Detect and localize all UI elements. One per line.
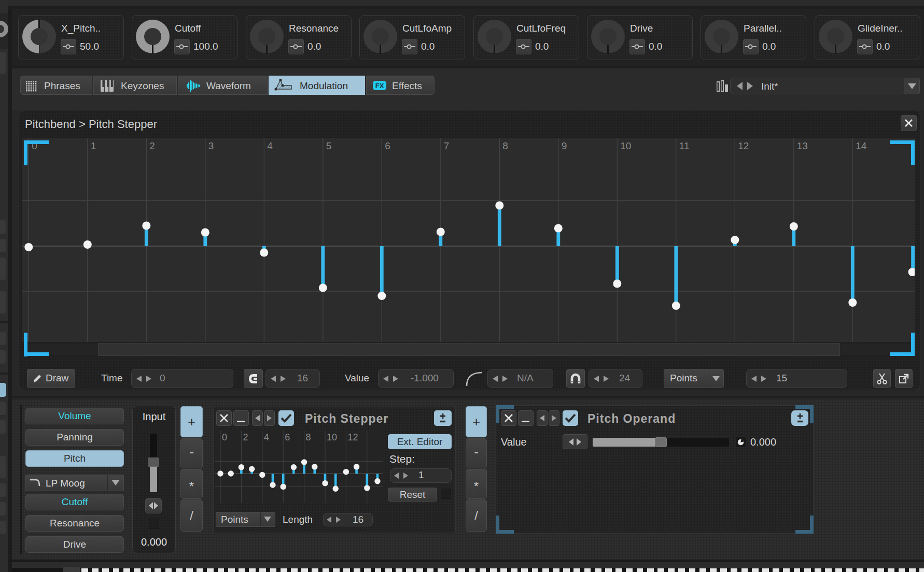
svg-text:11: 11 [679, 140, 690, 151]
svg-text:7: 7 [444, 140, 450, 151]
svg-text:1: 1 [91, 140, 96, 151]
svg-text:12: 12 [738, 140, 749, 151]
svg-text:2: 2 [243, 432, 248, 442]
svg-text:12: 12 [347, 432, 358, 442]
svg-text:13: 13 [797, 140, 808, 151]
svg-text:2: 2 [149, 140, 155, 151]
svg-text:4: 4 [267, 140, 273, 151]
svg-text:8: 8 [306, 432, 311, 442]
svg-text:5: 5 [326, 140, 332, 151]
svg-text:9: 9 [562, 140, 567, 151]
svg-text:6: 6 [285, 432, 290, 442]
svg-text:3: 3 [208, 140, 214, 151]
svg-text:8: 8 [502, 140, 508, 151]
svg-text:10: 10 [620, 140, 631, 151]
svg-text:10: 10 [327, 432, 337, 442]
svg-text:4: 4 [264, 432, 269, 442]
svg-text:14: 14 [856, 140, 867, 151]
svg-text:6: 6 [385, 140, 390, 151]
svg-text:0: 0 [222, 432, 227, 442]
